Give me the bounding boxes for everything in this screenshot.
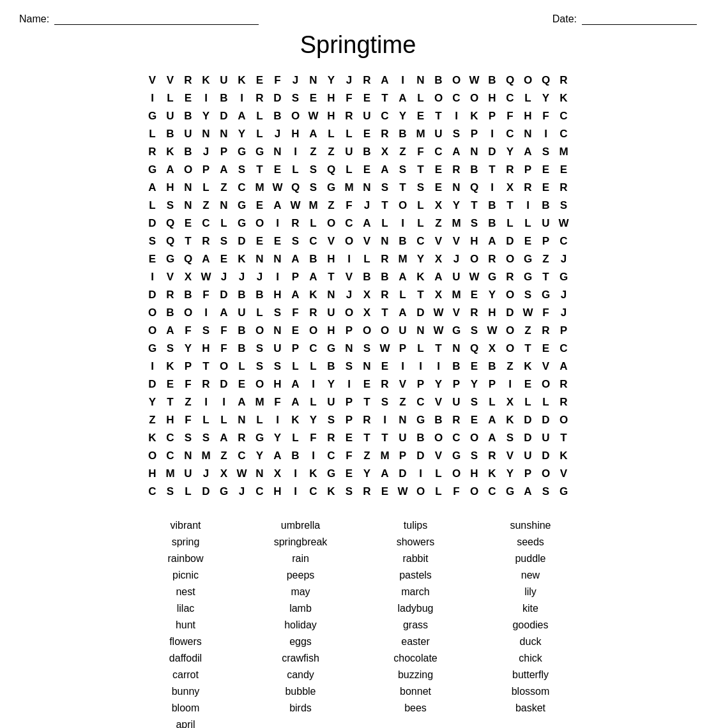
grid-cell: L [287,161,305,179]
grid-cell: Q [162,232,179,250]
grid-cell: I [448,107,466,125]
grid-cell: D [501,232,519,250]
grid-cell: E [466,358,484,375]
grid-cell: L [197,411,215,429]
grid-cell: T [162,393,179,411]
grid-cell: C [555,340,573,358]
grid-cell: Q [466,179,484,197]
grid-cell: Z [305,143,323,161]
grid-cell: A [358,215,376,232]
word-list-item: candy [250,668,352,682]
grid-cell: E [358,161,376,179]
grid-cell: O [448,465,466,483]
word-search-table: VVRKUKEFJNYJRAINBOWBQOQRILEIBIRDSEHFETAL… [144,72,573,501]
grid-cell: S [466,322,484,340]
grid-cell: L [251,304,269,322]
grid-cell: N [519,125,537,143]
grid-cell: N [215,125,233,143]
word-list-item [480,718,582,728]
grid-cell: T [358,393,376,411]
grid-cell: I [197,393,215,411]
grid-cell: E [358,125,376,143]
grid-cell: Y [323,72,340,89]
word-list-item: rabbit [365,552,467,566]
grid-cell: G [448,322,466,340]
grid-cell: F [179,322,197,340]
grid-cell: I [233,89,251,107]
grid-cell: O [537,465,555,483]
word-list-item: lilac [135,602,237,616]
grid-cell: R [358,483,376,501]
grid-cell: A [484,232,501,250]
grid-cell: O [519,72,537,89]
grid-cell: L [430,465,448,483]
grid-cell: T [358,429,376,447]
grid-cell: I [269,411,287,429]
grid-cell: M [394,250,412,268]
grid-cell: A [162,161,179,179]
grid-cell: E [215,250,233,268]
grid-cell: C [144,483,162,501]
grid-cell: M [162,465,179,483]
grid-cell: O [323,215,340,232]
word-list-item: spring [135,535,237,549]
grid-cell: N [376,232,394,250]
grid-cell: L [323,125,340,143]
grid-cell: I [197,304,215,322]
grid-cell: I [305,375,323,393]
grid-cell: T [376,429,394,447]
grid-cell: Z [501,358,519,375]
grid-cell: S [501,429,519,447]
grid-cell: U [162,107,179,125]
grid-cell: V [430,393,448,411]
grid-cell: U [340,143,358,161]
grid-cell: E [537,179,555,197]
grid-cell: H [269,286,287,304]
word-list-item: tulips [365,519,467,533]
word-list-item: holiday [250,618,352,632]
grid-cell: A [376,465,394,483]
grid-cell: S [466,393,484,411]
grid-cell: G [412,411,430,429]
grid-cell: S [215,232,233,250]
grid-cell: W [394,483,412,501]
grid-cell: C [501,89,519,107]
word-list-item: kite [480,602,582,616]
grid-cell: W [197,268,215,286]
grid-cell: V [448,232,466,250]
grid-cell: I [412,465,430,483]
word-list-item: pastels [365,568,467,582]
grid-cell: U [430,125,448,143]
word-list-item: grass [365,618,467,632]
name-underline [54,13,259,25]
grid-cell: X [358,286,376,304]
grid-cell: D [197,483,215,501]
grid-cell: V [555,465,573,483]
grid-cell: D [215,375,233,393]
grid-cell: O [466,429,484,447]
grid-cell: D [537,411,555,429]
grid-cell: R [376,125,394,143]
grid-cell: W [376,340,394,358]
grid-cell: B [269,107,287,125]
grid-cell: J [555,250,573,268]
word-list-item: nest [135,585,237,599]
grid-cell: O [179,161,197,179]
grid-cell: O [251,215,269,232]
grid-cell: K [233,250,251,268]
grid-cell: B [179,286,197,304]
grid-cell: H [323,250,340,268]
grid-cell: L [305,393,323,411]
grid-cell: H [466,465,484,483]
grid-cell: B [484,215,501,232]
grid-cell: Q [466,340,484,358]
grid-cell: R [162,286,179,304]
grid-cell: B [484,72,501,89]
word-list-item [365,718,467,728]
grid-cell: F [448,483,466,501]
grid-cell: R [340,107,358,125]
grid-cell: M [376,447,394,465]
grid-cell: O [466,89,484,107]
grid-cell: C [323,447,340,465]
grid-cell: U [394,429,412,447]
